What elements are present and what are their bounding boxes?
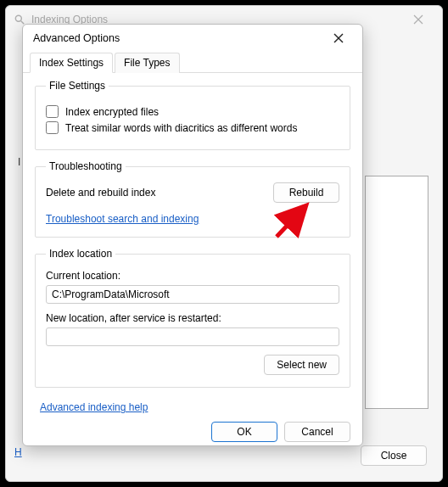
ok-button[interactable]: OK	[211, 422, 277, 442]
outer-close-action-button[interactable]: Close	[361, 445, 427, 466]
select-new-button[interactable]: Select new	[264, 355, 339, 375]
outer-panel-list	[365, 176, 428, 409]
tab-bar: Index Settings File Types	[23, 52, 362, 73]
inner-window-title: Advanced Options	[33, 32, 325, 44]
advanced-options-dialog: Advanced Options Index Settings File Typ…	[22, 24, 363, 446]
cancel-button[interactable]: Cancel	[284, 422, 350, 442]
diacritics-label: Treat similar words with diacritics as d…	[65, 122, 297, 134]
inner-titlebar: Advanced Options	[23, 25, 362, 52]
index-encrypted-checkbox[interactable]	[46, 105, 59, 118]
index-encrypted-label: Index encrypted files	[65, 106, 159, 118]
troubleshooting-group: Troubleshooting Delete and rebuild index…	[35, 160, 350, 238]
current-location-input[interactable]	[46, 285, 339, 304]
new-location-label: New location, after service is restarted…	[46, 312, 339, 324]
index-location-group: Index location Current location: New loc…	[35, 248, 350, 388]
index-encrypted-row[interactable]: Index encrypted files	[46, 105, 339, 118]
outer-label-i: I	[18, 156, 20, 168]
index-location-legend: Index location	[46, 248, 115, 260]
rebuild-label: Delete and rebuild index	[46, 187, 155, 199]
rebuild-button[interactable]: Rebuild	[273, 182, 339, 203]
diacritics-checkbox[interactable]	[46, 121, 59, 134]
current-location-label: Current location:	[46, 270, 339, 282]
file-settings-group: File Settings Index encrypted files Trea…	[35, 80, 350, 150]
svg-line-1	[21, 21, 25, 25]
tab-index-settings[interactable]: Index Settings	[30, 53, 113, 73]
troubleshoot-link[interactable]: Troubleshoot search and indexing	[46, 213, 199, 225]
svg-point-0	[15, 15, 21, 21]
troubleshooting-legend: Troubleshooting	[46, 160, 126, 172]
file-settings-legend: File Settings	[46, 80, 109, 92]
diacritics-row[interactable]: Treat similar words with diacritics as d…	[46, 121, 339, 134]
tab-file-types[interactable]: File Types	[115, 53, 179, 73]
new-location-input[interactable]	[46, 327, 339, 346]
advanced-indexing-help-link[interactable]: Advanced indexing help	[40, 401, 148, 413]
close-icon[interactable]	[325, 25, 352, 52]
outer-partial-link[interactable]: H	[14, 446, 22, 458]
outer-close-button[interactable]	[401, 8, 435, 31]
